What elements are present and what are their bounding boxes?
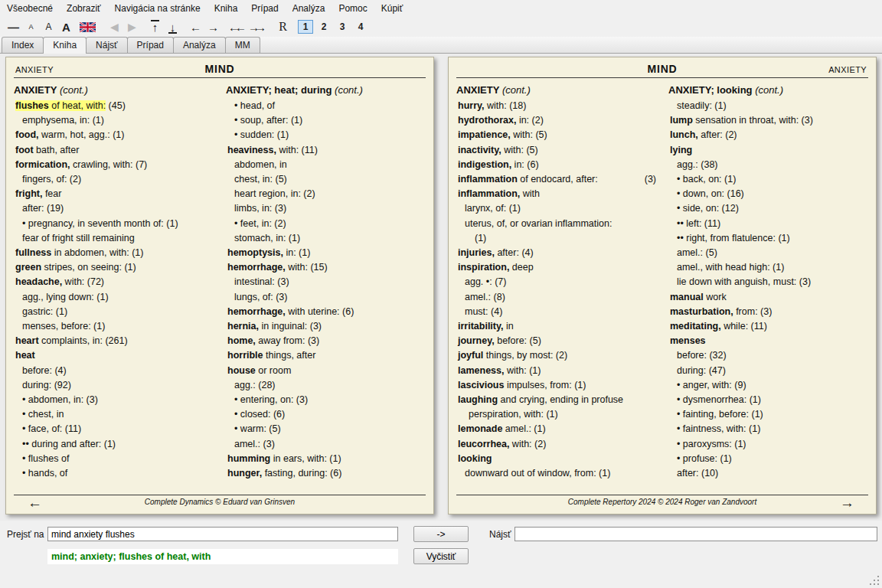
- rubric-row[interactable]: downward out of window, from: (1): [456, 466, 656, 481]
- rubric-row[interactable]: • soup, after: (1): [226, 113, 424, 128]
- rubric-row[interactable]: before: (4): [14, 364, 214, 378]
- rubric-row[interactable]: joyful things, by most: (2): [456, 348, 656, 363]
- rubric-row[interactable]: agg.: (38): [668, 158, 867, 172]
- rubric-row[interactable]: • abdomen, in: (3): [14, 393, 214, 407]
- rubric-row[interactable]: hemorrhage, with uterine: (6): [226, 305, 424, 319]
- rubric-row[interactable]: larynx, of: (1): [456, 201, 656, 216]
- rubric-row[interactable]: lemonade amel.: (1): [456, 422, 656, 436]
- rubric-row[interactable]: manual work: [668, 290, 867, 305]
- rubric-row[interactable]: inflammation, with: [456, 187, 656, 201]
- history-back-icon[interactable]: ◀: [106, 18, 122, 35]
- previous-chapter-icon[interactable]: ←←: [228, 18, 247, 35]
- rubric-row[interactable]: • side, on: (12): [668, 201, 867, 216]
- rubric-row[interactable]: •• left: (11): [668, 217, 867, 231]
- rubric-row[interactable]: injuries, after: (4): [456, 246, 656, 260]
- goto-input[interactable]: [47, 527, 398, 541]
- view-1-button[interactable]: 1: [298, 20, 313, 34]
- rubric-row[interactable]: food, warm, hot, agg.: (1): [14, 128, 214, 142]
- rubric-row[interactable]: looking: [456, 452, 656, 466]
- tab-najst[interactable]: Nájsť: [86, 37, 128, 53]
- rubric-row[interactable]: green stripes, on seeing: (1): [14, 260, 214, 275]
- last-rubric-icon[interactable]: ↓: [165, 18, 181, 35]
- rubric-row[interactable]: steadily: (1): [668, 99, 867, 113]
- view-3-button[interactable]: 3: [335, 20, 350, 34]
- find-input[interactable]: [514, 527, 877, 541]
- rubric-row[interactable]: horrible things, after: [226, 348, 424, 363]
- rubric-row[interactable]: • face, of: (11): [14, 422, 214, 436]
- rubric-row[interactable]: fear of fright still remaining: [14, 231, 214, 246]
- menu-item-kupit[interactable]: Kúpiť: [374, 0, 410, 17]
- rubric-row[interactable]: • faintness, with: (1): [668, 422, 867, 436]
- view-4-button[interactable]: 4: [353, 20, 368, 34]
- rubric-row[interactable]: hernia, in inguinal: (3): [226, 319, 424, 334]
- rubric-row[interactable]: house or room: [226, 364, 424, 378]
- rubric-row[interactable]: heaviness, with: (11): [226, 143, 424, 158]
- rubric-row[interactable]: • head, of: [226, 99, 424, 113]
- rubric-row[interactable]: leucorrhea, with: (2): [456, 437, 656, 452]
- rubric-row[interactable]: amel.: (8): [456, 290, 656, 305]
- next-page-arrow-icon[interactable]: →: [840, 495, 854, 511]
- rubric-row[interactable]: humming in ears, with: (1): [226, 452, 424, 466]
- rubric-row[interactable]: lunch, after: (2): [668, 128, 867, 142]
- rubric-row[interactable]: •• during and after: (1): [14, 437, 214, 452]
- hide-menu-icon[interactable]: —: [5, 18, 21, 35]
- rubric-row[interactable]: • closed: (6): [226, 407, 424, 422]
- rubric-row[interactable]: •• right, from flatulence: (1): [668, 231, 867, 246]
- remedy-filter-icon[interactable]: R: [275, 18, 291, 35]
- rubric-row[interactable]: home, away from: (3): [226, 334, 424, 348]
- rubric-row[interactable]: heat: [14, 348, 214, 363]
- rubric-row[interactable]: menses: [668, 334, 867, 348]
- font-small-icon[interactable]: A: [23, 18, 39, 35]
- rubric-row[interactable]: irritability, in: [456, 319, 656, 334]
- first-rubric-icon[interactable]: ↑: [147, 18, 163, 35]
- previous-rubric-icon[interactable]: ←: [188, 18, 204, 35]
- rubric-row[interactable]: • dysmenorrhea: (1): [668, 393, 867, 407]
- menu-item-vseobecne[interactable]: Všeobecné: [0, 0, 60, 17]
- rubric-row[interactable]: lump sensation in throat, with: (3): [668, 113, 867, 128]
- rubric-row[interactable]: lungs, of: (3): [226, 290, 424, 305]
- rubric-row[interactable]: • warm: (5): [226, 422, 424, 436]
- rubric-row[interactable]: journey, before: (5): [456, 334, 656, 348]
- rubric-row[interactable]: formication, crawling, with: (7): [14, 158, 214, 172]
- font-medium-icon[interactable]: A: [41, 18, 57, 35]
- rubric-row[interactable]: chest, in: (5): [226, 172, 424, 187]
- resize-grip-icon[interactable]: [869, 575, 880, 586]
- font-large-icon[interactable]: A: [58, 18, 74, 35]
- rubric-row[interactable]: • fainting, before: (1): [668, 407, 867, 422]
- rubric-row[interactable]: hurry, with: (18): [456, 99, 656, 113]
- rubric-row[interactable]: lascivious impulses, from: (1): [456, 378, 656, 393]
- rubric-row[interactable]: flushes of heat, with: (45): [14, 99, 214, 113]
- rubric-row[interactable]: during: (92): [14, 378, 214, 393]
- rubric-row[interactable]: headache, with: (72): [14, 275, 214, 289]
- tab-mm[interactable]: MM: [225, 37, 260, 53]
- rubric-row[interactable]: during: (47): [668, 364, 867, 378]
- rubric-row[interactable]: lying: [668, 143, 867, 158]
- tab-kniha[interactable]: Kniha: [43, 37, 87, 54]
- rubric-row[interactable]: limbs, in: (3): [226, 201, 424, 216]
- rubric-row[interactable]: agg., lying down: (1): [14, 290, 214, 305]
- menu-item-analyza[interactable]: Analýza: [286, 0, 332, 17]
- rubric-row[interactable]: agg.: (28): [226, 378, 424, 393]
- rubric-row[interactable]: agg. •: (7): [456, 275, 656, 289]
- rubric-row[interactable]: inspiration, deep: [456, 260, 656, 275]
- rubric-row[interactable]: fullness in abdomen, with: (1): [14, 246, 214, 260]
- rubric-row[interactable]: amel.: (5): [668, 246, 867, 260]
- next-rubric-icon[interactable]: →: [205, 18, 221, 35]
- rubric-row[interactable]: after: (19): [14, 201, 214, 216]
- rubric-row[interactable]: hemorrhage, with: (15): [226, 260, 424, 275]
- rubric-row[interactable]: • entering, on: (3): [226, 393, 424, 407]
- menu-item-zobrazit[interactable]: Zobraziť: [60, 0, 108, 17]
- rubric-row[interactable]: masturbation, from: (3): [668, 305, 867, 319]
- rubric-row[interactable]: hunger, fasting, during: (6): [226, 466, 424, 481]
- previous-page-arrow-icon[interactable]: ←: [28, 495, 42, 511]
- clear-button[interactable]: Vyčistiť: [413, 548, 469, 564]
- rubric-row[interactable]: lameness, with: (1): [456, 364, 656, 378]
- rubric-row[interactable]: • pregnancy, in seventh month of: (1): [14, 217, 214, 231]
- rubric-row[interactable]: heart complaints, in: (261): [14, 334, 214, 348]
- rubric-row[interactable]: indigestion, in: (6): [456, 158, 656, 172]
- rubric-row[interactable]: after: (10): [668, 466, 867, 481]
- rubric-row[interactable]: amel., with head high: (1): [668, 260, 867, 275]
- tab-analyza[interactable]: Analýza: [173, 37, 226, 53]
- view-2-button[interactable]: 2: [316, 20, 332, 34]
- rubric-row[interactable]: menses, before: (1): [14, 319, 214, 334]
